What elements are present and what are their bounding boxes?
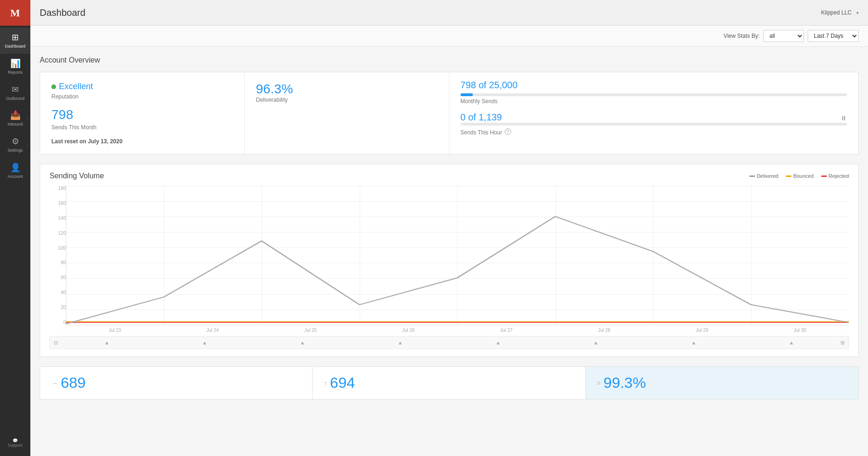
pause-icon[interactable]: ⏸ <box>840 114 847 122</box>
delivered-arrow-icon: ↑ <box>324 379 327 387</box>
stats-filter-select[interactable]: all sent delivered <box>763 30 804 42</box>
sent-value: 689 <box>61 374 85 392</box>
sidebar-item-label: Inbound <box>7 122 23 127</box>
reports-icon: 📊 <box>10 58 21 69</box>
rejected-legend-color <box>821 175 827 177</box>
monthly-sends-row: 798 of 25,000 Monthly Sends <box>461 80 847 105</box>
settings-icon: ⚙ <box>12 136 19 147</box>
support-icon: 💬 <box>13 438 18 443</box>
header-right: Klipped LLC ▾ <box>821 9 859 16</box>
hourly-sends-label: Sends This Hour <box>461 129 502 136</box>
chart-svg <box>66 186 849 325</box>
company-dropdown-icon[interactable]: ▾ <box>856 10 859 15</box>
last-reset-date: July 13, 2020 <box>88 138 122 145</box>
company-name: Klipped LLC <box>821 9 852 16</box>
sends-this-month-stat: 798 Sends This Month <box>51 107 233 131</box>
legend-delivered: Delivered <box>749 173 778 179</box>
last-reset-text: Last reset on July 13, 2020 <box>51 138 233 145</box>
sidebar-item-support[interactable]: 💬 Support <box>0 434 30 452</box>
chart-header: Sending Volume Delivered Bounced Rejecte… <box>50 172 849 180</box>
scroll-left-icon[interactable]: ⊟ <box>54 340 58 346</box>
inbound-icon: 📥 <box>10 110 21 120</box>
delivered-legend-color <box>749 175 755 177</box>
sidebar-item-outbound[interactable]: ✉ Outbound › <box>0 80 30 106</box>
sidebar-item-settings[interactable]: ⚙ Settings › <box>0 132 30 158</box>
delivered-value: 694 <box>330 374 355 392</box>
monthly-sends-value: 798 of 25,000 <box>461 80 518 91</box>
expand-icon: › <box>27 117 28 121</box>
account-icon: 👤 <box>10 162 21 173</box>
reputation-dot <box>51 84 56 89</box>
rate-equals-icon: = <box>597 379 601 387</box>
expand-icon: › <box>27 168 28 173</box>
help-icon[interactable]: ? <box>505 128 511 135</box>
sends-this-month-label: Sends This Month <box>51 124 233 131</box>
page-title: Dashboard <box>40 7 821 18</box>
sends-this-month-value: 798 <box>51 107 233 122</box>
sidebar-item-dashboard[interactable]: ⊞ Dashboard <box>0 28 30 54</box>
expand-icon: › <box>27 91 28 95</box>
reputation-value: Excellent <box>59 82 93 91</box>
rate-value: 99.3% <box>604 374 646 392</box>
deliverability-value: 96.3% <box>256 82 438 97</box>
sidebar-item-inbound[interactable]: 📥 Inbound › <box>0 105 30 132</box>
time-range-select[interactable]: Last 7 Days Last 30 Days Last 90 Days <box>808 30 859 42</box>
sidebar-item-label: Settings <box>7 148 23 153</box>
sending-volume-section: Sending Volume Delivered Bounced Rejecte… <box>40 164 859 357</box>
bottom-stats: → 689 ↑ 694 = 99.3% <box>40 366 859 400</box>
sidebar-item-label: Reports <box>8 70 23 75</box>
scroll-bar-area[interactable]: ▲ ▲ ▲ ▲ ▲ ▲ ▲ ▲ <box>58 340 840 345</box>
hourly-sends-value: 0 of 1,139 <box>461 112 502 123</box>
sends-progress-col: 798 of 25,000 Monthly Sends 0 of 1,139 ⏸ <box>449 72 859 154</box>
legend-bounced: Bounced <box>786 173 813 179</box>
chart-area: Jul 23 Jul 24 Jul 25 Jul 26 Jul 27 Jul 2… <box>66 186 849 335</box>
y-axis: 180 160 140 120 100 80 60 40 20 0 <box>50 186 66 335</box>
sidebar-item-account[interactable]: 👤 Account › <box>0 158 30 184</box>
content-area: Account Overview Excellent Reputation 79… <box>30 47 868 456</box>
bottom-stat-rate: = 99.3% <box>586 366 859 400</box>
deliverability-label: Deliverability <box>256 97 438 103</box>
sidebar-item-label: Account <box>7 174 23 179</box>
scroll-controls: ⊟ ▲ ▲ ▲ ▲ ▲ ▲ ▲ ▲ ⊞ <box>50 336 849 349</box>
sidebar-item-label: Dashboard <box>5 44 25 49</box>
legend-delivered-label: Delivered <box>757 173 778 179</box>
scroll-right-icon[interactable]: ⊞ <box>840 340 845 346</box>
logo-text: M <box>10 7 20 19</box>
reputation-stat: Excellent Reputation <box>51 82 233 100</box>
bottom-stat-delivered: ↑ 694 <box>313 366 585 400</box>
sidebar-item-label: Outbound <box>6 96 25 101</box>
outbound-icon: ✉ <box>12 84 19 95</box>
overview-left-col: Excellent Reputation 798 Sends This Mont… <box>40 72 245 154</box>
monthly-sends-progress-bg <box>461 93 847 96</box>
dashboard-icon: ⊞ <box>12 32 19 42</box>
toolbar: View Stats By: all sent delivered Last 7… <box>30 26 868 47</box>
hourly-sends-row: 0 of 1,139 ⏸ Sends This Hour ? <box>461 112 847 136</box>
bounced-legend-color <box>786 175 791 177</box>
deliverability-col: 96.3% Deliverability <box>245 72 449 154</box>
overview-grid: Excellent Reputation 798 Sends This Mont… <box>40 72 859 154</box>
expand-icon: › <box>27 143 28 147</box>
legend-rejected: Rejected <box>821 173 849 179</box>
x-axis-labels: Jul 23 Jul 24 Jul 25 Jul 26 Jul 27 Jul 2… <box>66 325 849 335</box>
chart-legend: Delivered Bounced Rejected <box>749 173 849 179</box>
reputation-label: Reputation <box>51 93 233 100</box>
sidebar-item-reports[interactable]: 📊 Reports › <box>0 54 30 80</box>
support-label: Support <box>8 443 23 448</box>
overview-section-title: Account Overview <box>40 56 859 64</box>
sidebar: M ⊞ Dashboard 📊 Reports › ✉ Outbound › 📥… <box>0 0 30 456</box>
monthly-sends-label: Monthly Sends <box>461 98 847 105</box>
hourly-sends-progress-bg <box>461 123 847 126</box>
bottom-stat-sent: → 689 <box>40 366 313 400</box>
sent-arrow-icon: → <box>51 379 58 387</box>
app-logo[interactable]: M <box>0 0 30 26</box>
header: Dashboard Klipped LLC ▾ <box>30 0 868 26</box>
legend-rejected-label: Rejected <box>829 173 849 179</box>
expand-icon: › <box>27 64 28 69</box>
legend-bounced-label: Bounced <box>793 173 813 179</box>
view-stats-label: View Stats By: <box>724 33 760 39</box>
main-content: Dashboard Klipped LLC ▾ View Stats By: a… <box>30 0 868 456</box>
monthly-sends-progress-fill <box>461 93 473 96</box>
chart-title: Sending Volume <box>50 172 104 180</box>
chart-wrapper: 180 160 140 120 100 80 60 40 20 0 <box>50 186 849 335</box>
last-reset-prefix: Last reset on <box>51 138 86 145</box>
